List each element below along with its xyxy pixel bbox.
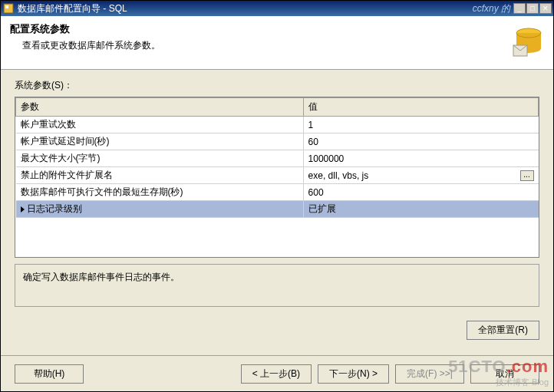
page-subtitle: 查看或更改数据库邮件系统参数。 bbox=[22, 39, 544, 52]
value-text: 已扩展 bbox=[308, 203, 336, 216]
param-cell: 帐户重试次数 bbox=[16, 117, 304, 133]
next-button[interactable]: 下一步(N) > bbox=[318, 364, 389, 384]
wizard-content: 系统参数(S)： 参数 值 帐户重试次数1帐户重试延迟时间(秒)60最大文件大小… bbox=[1, 70, 553, 355]
section-label: 系统参数(S)： bbox=[15, 79, 539, 92]
help-button[interactable]: 帮助(H) bbox=[15, 364, 84, 384]
svg-rect-1 bbox=[5, 5, 8, 8]
param-label: 数据库邮件可执行文件的最短生存期(秒) bbox=[21, 186, 183, 197]
param-label: 日志记录级别 bbox=[27, 203, 82, 214]
value-text: 600 bbox=[308, 187, 324, 198]
row-indicator-icon bbox=[21, 206, 25, 212]
value-text: 1 bbox=[308, 120, 314, 130]
titlebar: 数据库邮件配置向导 - SQL ccfxny 的 _ □ ✕ bbox=[1, 1, 553, 16]
param-cell: 日志记录级别 bbox=[16, 201, 304, 218]
param-cell: 帐户重试延迟时间(秒) bbox=[16, 133, 304, 150]
window-title: 数据库邮件配置向导 - SQL bbox=[18, 2, 473, 15]
table-row[interactable]: 禁止的附件文件扩展名exe, dll, vbs, js... bbox=[16, 167, 539, 184]
cancel-button[interactable]: 取消 bbox=[470, 364, 539, 384]
app-icon bbox=[2, 2, 15, 15]
table-row[interactable]: 数据库邮件可执行文件的最短生存期(秒)600 bbox=[16, 184, 539, 201]
title-watermark: ccfxny 的 bbox=[473, 2, 510, 15]
param-label: 帐户重试次数 bbox=[21, 119, 76, 130]
minimize-button[interactable]: _ bbox=[513, 3, 526, 14]
params-table-container: 参数 值 帐户重试次数1帐户重试延迟时间(秒)60最大文件大小(字节)10000… bbox=[15, 97, 539, 258]
param-cell: 禁止的附件文件扩展名 bbox=[16, 167, 304, 184]
finish-button: 完成(F) >>| bbox=[395, 364, 464, 384]
col-param-header[interactable]: 参数 bbox=[16, 98, 304, 117]
value-cell[interactable]: 已扩展 bbox=[303, 201, 538, 218]
param-label: 帐户重试延迟时间(秒) bbox=[21, 136, 110, 147]
value-text: 1000000 bbox=[308, 153, 345, 164]
ellipsis-button[interactable]: ... bbox=[520, 170, 534, 181]
reset-all-button[interactable]: 全部重置(R) bbox=[467, 321, 539, 340]
value-cell[interactable]: 1 bbox=[303, 117, 538, 133]
value-cell[interactable]: 60 bbox=[303, 133, 538, 150]
param-label: 禁止的附件文件扩展名 bbox=[21, 170, 113, 180]
value-text: 60 bbox=[308, 137, 318, 147]
header-decoration-icon bbox=[510, 22, 547, 59]
wizard-footer: 帮助(H) < 上一步(B) 下一步(N) > 完成(F) >>| 取消 bbox=[1, 355, 553, 392]
value-cell[interactable]: 1000000 bbox=[303, 150, 538, 167]
back-button[interactable]: < 上一步(B) bbox=[241, 364, 312, 384]
value-cell[interactable]: exe, dll, vbs, js... bbox=[303, 167, 538, 184]
table-row[interactable]: 最大文件大小(字节)1000000 bbox=[16, 150, 539, 167]
table-row[interactable]: 帐户重试延迟时间(秒)60 bbox=[16, 133, 539, 150]
description-text: 确定写入数据库邮件事件日志的事件。 bbox=[23, 272, 180, 282]
param-cell: 最大文件大小(字节) bbox=[16, 150, 304, 167]
param-label: 最大文件大小(字节) bbox=[21, 153, 101, 163]
params-table: 参数 值 帐户重试次数1帐户重试延迟时间(秒)60最大文件大小(字节)10000… bbox=[15, 97, 539, 218]
value-cell[interactable]: 600 bbox=[303, 184, 538, 201]
value-text: exe, dll, vbs, js bbox=[308, 170, 369, 181]
maximize-button[interactable]: □ bbox=[526, 3, 539, 14]
col-value-header[interactable]: 值 bbox=[303, 98, 538, 117]
close-button[interactable]: ✕ bbox=[539, 3, 552, 14]
description-box: 确定写入数据库邮件事件日志的事件。 bbox=[15, 264, 539, 307]
table-row[interactable]: 日志记录级别已扩展 bbox=[16, 201, 539, 218]
table-row[interactable]: 帐户重试次数1 bbox=[16, 117, 539, 133]
param-cell: 数据库邮件可执行文件的最短生存期(秒) bbox=[16, 184, 304, 201]
wizard-header: 配置系统参数 查看或更改数据库邮件系统参数。 bbox=[1, 16, 553, 70]
page-title: 配置系统参数 bbox=[10, 22, 544, 36]
